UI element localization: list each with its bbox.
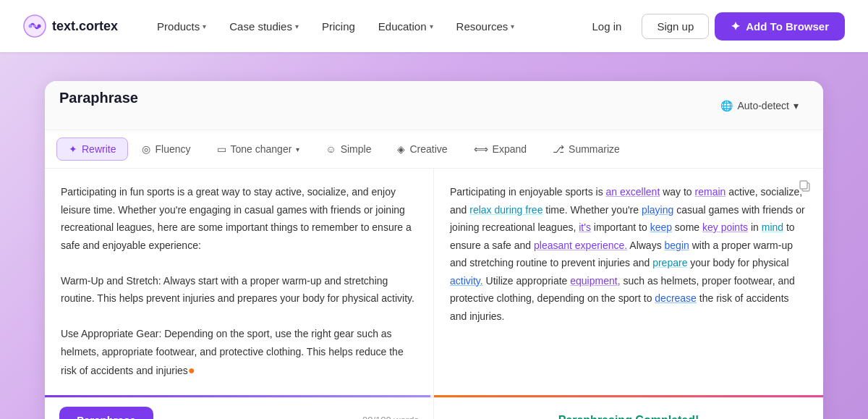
nav-actions: Log in Sign up ✦ Add To Browser: [578, 12, 845, 41]
logo[interactable]: text.cortex: [23, 14, 118, 38]
progress-bars: [45, 395, 823, 397]
panels-wrapper: Participating in fun sports is a great w…: [45, 169, 823, 397]
svg-point-2: [38, 25, 41, 28]
output-panel: Participating in enjoyable sports is an …: [434, 169, 823, 395]
logo-text: text.cortex: [52, 19, 118, 34]
card-header: Paraphrase 🌐 Auto-detect ▾: [45, 81, 823, 130]
globe-icon: 🌐: [720, 100, 733, 111]
nav-case-studies[interactable]: Case studies ▾: [219, 14, 309, 38]
simple-icon: ☺: [326, 143, 336, 155]
svg-rect-5: [800, 181, 807, 189]
input-text: Participating in fun sports is a great w…: [61, 183, 417, 381]
card-footer: Paraphrase 99/100 words Paraphrasing Com…: [45, 397, 823, 419]
summarize-icon: ⎇: [553, 143, 564, 155]
tab-simple[interactable]: ☺ Simple: [313, 137, 383, 161]
sparkle-icon: ✦: [731, 20, 740, 33]
footer-right: Paraphrasing Completed!: [434, 398, 823, 419]
nav-links: Products ▾ Case studies ▾ Pricing Educat…: [147, 14, 577, 38]
navbar: text.cortex Products ▾ Case studies ▾ Pr…: [0, 0, 868, 52]
input-panel[interactable]: Participating in fun sports is a great w…: [45, 169, 434, 395]
tab-tone-changer[interactable]: ▭ Tone changer ▾: [205, 137, 312, 161]
language-detect-dropdown[interactable]: 🌐 Auto-detect ▾: [710, 93, 809, 119]
logo-icon: [23, 14, 46, 38]
tab-rewrite[interactable]: ✦ Rewrite: [56, 137, 128, 161]
chevron-down-icon: ▾: [203, 22, 206, 30]
paraphrase-button[interactable]: Paraphrase: [59, 407, 153, 419]
nav-education[interactable]: Education ▾: [368, 14, 443, 38]
rewrite-icon: ✦: [69, 143, 77, 155]
paraphrase-card: Paraphrase 🌐 Auto-detect ▾ ✦ Rewrite ◎ F…: [45, 81, 823, 419]
input-progress-bar-container: [45, 395, 434, 397]
expand-icon: ⟺: [474, 143, 488, 155]
chevron-down-icon: ▾: [511, 22, 514, 30]
tab-creative[interactable]: ◈ Creative: [385, 137, 459, 161]
output-progress-bar-container: [434, 395, 823, 397]
status-complete: Paraphrasing Completed!: [558, 414, 699, 420]
signup-button[interactable]: Sign up: [642, 14, 709, 39]
tabs-bar: ✦ Rewrite ◎ Fluency ▭ Tone changer ▾ ☺ S…: [45, 130, 823, 169]
input-progress-bar: [45, 395, 430, 397]
fluency-icon: ◎: [142, 143, 150, 155]
word-count: 99/100 words: [362, 415, 419, 419]
chevron-down-icon: ▾: [295, 22, 299, 30]
main-content: Paraphrase 🌐 Auto-detect ▾ ✦ Rewrite ◎ F…: [22, 52, 846, 419]
svg-point-1: [29, 25, 33, 28]
output-text: Participating in enjoyable sports is an …: [450, 183, 807, 325]
tab-fluency[interactable]: ◎ Fluency: [129, 137, 203, 161]
nav-resources[interactable]: Resources ▾: [446, 14, 525, 38]
nav-pricing[interactable]: Pricing: [312, 14, 365, 38]
svg-point-3: [33, 25, 36, 27]
chevron-down-icon: ▾: [296, 145, 299, 153]
nav-products[interactable]: Products ▾: [147, 14, 216, 38]
add-to-browser-button[interactable]: ✦ Add To Browser: [715, 12, 845, 41]
tab-summarize[interactable]: ⎇ Summarize: [540, 137, 632, 161]
page-title: Paraphrase: [59, 81, 138, 115]
chevron-down-icon: ▾: [430, 22, 433, 30]
footer-left: Paraphrase 99/100 words: [45, 398, 434, 419]
tab-expand[interactable]: ⟺ Expand: [461, 137, 539, 161]
chevron-down-icon: ▾: [793, 100, 799, 111]
text-panels: Participating in fun sports is a great w…: [45, 169, 823, 395]
tone-icon: ▭: [217, 143, 226, 155]
creative-icon: ◈: [397, 143, 405, 155]
copy-icon[interactable]: [799, 179, 812, 198]
output-progress-bar: [434, 395, 823, 397]
login-button[interactable]: Log in: [578, 14, 637, 38]
